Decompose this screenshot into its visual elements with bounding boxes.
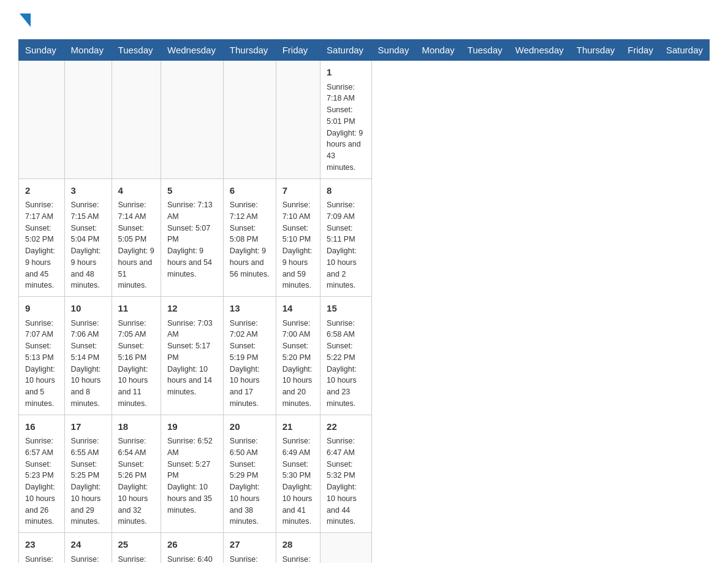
day-info: Daylight: 10 hours and 44 minutes. bbox=[327, 481, 365, 527]
day-info: Sunset: 5:29 PM bbox=[230, 459, 270, 482]
calendar-week-row: 9Sunrise: 7:07 AMSunset: 5:13 PMDaylight… bbox=[19, 297, 710, 415]
day-number: 22 bbox=[327, 420, 365, 434]
day-number: 11 bbox=[118, 302, 154, 316]
calendar-cell: 10Sunrise: 7:06 AMSunset: 5:14 PMDayligh… bbox=[64, 297, 112, 415]
day-info: Daylight: 10 hours and 38 minutes. bbox=[230, 481, 270, 527]
day-of-week-header: Saturday bbox=[320, 40, 372, 61]
calendar-cell bbox=[276, 61, 320, 179]
calendar-cell: 3Sunrise: 7:15 AMSunset: 5:04 PMDaylight… bbox=[64, 178, 112, 297]
calendar-cell: 12Sunrise: 7:03 AMSunset: 5:17 PMDayligh… bbox=[161, 297, 224, 415]
day-number: 23 bbox=[25, 538, 58, 552]
calendar-cell: 28Sunrise: 6:37 AMSunset: 5:40 PMDayligh… bbox=[276, 533, 320, 564]
day-info: Sunset: 5:30 PM bbox=[282, 459, 314, 482]
day-number: 16 bbox=[25, 420, 58, 434]
page-header bbox=[18, 12, 710, 27]
calendar-cell: 19Sunrise: 6:52 AMSunset: 5:27 PMDayligh… bbox=[161, 415, 224, 533]
day-of-week-header: Friday bbox=[276, 40, 320, 61]
calendar-week-row: 16Sunrise: 6:57 AMSunset: 5:23 PMDayligh… bbox=[19, 415, 710, 533]
day-info: Sunrise: 6:37 AM bbox=[282, 554, 314, 564]
day-number: 17 bbox=[71, 420, 105, 434]
day-info: Sunrise: 6:55 AM bbox=[71, 435, 105, 459]
calendar-cell: 5Sunrise: 7:13 AMSunset: 5:07 PMDaylight… bbox=[161, 178, 224, 297]
day-info: Daylight: 10 hours and 17 minutes. bbox=[230, 364, 270, 410]
logo-triangle-icon bbox=[20, 13, 31, 27]
calendar-week-row: 23Sunrise: 6:45 AMSunset: 5:33 PMDayligh… bbox=[19, 533, 710, 564]
day-info: Daylight: 10 hours and 41 minutes. bbox=[282, 481, 314, 527]
day-info: Sunrise: 7:17 AM bbox=[25, 199, 58, 223]
day-of-week-header: Wednesday bbox=[161, 40, 224, 61]
day-info: Sunset: 5:23 PM bbox=[25, 459, 58, 482]
day-number: 27 bbox=[230, 538, 270, 552]
day-info: Sunset: 5:14 PM bbox=[71, 340, 105, 364]
calendar-cell bbox=[112, 61, 161, 179]
day-info: Sunrise: 6:44 AM bbox=[71, 554, 105, 564]
calendar-table: SundayMondayTuesdayWednesdayThursdayFrid… bbox=[18, 39, 710, 563]
day-info: Sunset: 5:32 PM bbox=[327, 459, 365, 482]
day-info: Sunrise: 6:40 AM bbox=[167, 554, 217, 564]
day-info: Sunrise: 7:05 AM bbox=[118, 318, 154, 341]
day-info: Sunrise: 7:07 AM bbox=[25, 318, 58, 341]
day-info: Sunrise: 6:49 AM bbox=[282, 435, 314, 459]
day-info: Daylight: 9 hours and 54 minutes. bbox=[167, 245, 217, 280]
calendar-cell: 18Sunrise: 6:54 AMSunset: 5:26 PMDayligh… bbox=[112, 415, 161, 533]
day-of-week-header: Monday bbox=[415, 40, 461, 61]
day-number: 14 bbox=[282, 302, 314, 316]
day-number: 6 bbox=[230, 184, 270, 198]
day-info: Sunrise: 7:12 AM bbox=[230, 199, 270, 223]
day-info: Sunrise: 7:00 AM bbox=[282, 318, 314, 341]
day-number: 1 bbox=[327, 66, 365, 80]
day-info: Sunset: 5:01 PM bbox=[327, 104, 365, 128]
calendar-cell: 26Sunrise: 6:40 AMSunset: 5:37 PMDayligh… bbox=[161, 533, 224, 564]
day-of-week-header: Thursday bbox=[570, 40, 621, 61]
day-info: Sunset: 5:22 PM bbox=[327, 340, 365, 364]
day-info: Daylight: 9 hours and 59 minutes. bbox=[282, 245, 314, 291]
calendar-cell bbox=[64, 61, 112, 179]
logo bbox=[18, 12, 31, 27]
day-info: Sunset: 5:26 PM bbox=[118, 459, 154, 482]
day-info: Daylight: 10 hours and 32 minutes. bbox=[118, 481, 154, 527]
day-info: Daylight: 10 hours and 29 minutes. bbox=[71, 481, 105, 527]
day-info: Sunrise: 6:57 AM bbox=[25, 435, 58, 459]
day-number: 25 bbox=[118, 538, 154, 552]
day-number: 15 bbox=[327, 302, 365, 316]
day-info: Sunset: 5:19 PM bbox=[230, 340, 270, 364]
day-info: Sunset: 5:02 PM bbox=[25, 223, 58, 246]
day-info: Sunset: 5:20 PM bbox=[282, 340, 314, 364]
calendar-cell: 27Sunrise: 6:38 AMSunset: 5:39 PMDayligh… bbox=[223, 533, 276, 564]
calendar-header-row: SundayMondayTuesdayWednesdayThursdayFrid… bbox=[19, 40, 710, 61]
day-info: Sunset: 5:10 PM bbox=[282, 223, 314, 246]
day-of-week-header: Saturday bbox=[659, 40, 709, 61]
day-info: Sunset: 5:07 PM bbox=[167, 223, 217, 246]
day-info: Sunrise: 6:58 AM bbox=[327, 318, 365, 341]
day-number: 28 bbox=[282, 538, 314, 552]
day-info: Sunset: 5:11 PM bbox=[327, 223, 365, 246]
calendar-cell: 22Sunrise: 6:47 AMSunset: 5:32 PMDayligh… bbox=[320, 415, 372, 533]
day-info: Sunrise: 6:50 AM bbox=[230, 435, 270, 459]
day-info: Sunrise: 6:47 AM bbox=[327, 435, 365, 459]
day-number: 7 bbox=[282, 184, 314, 198]
calendar-cell: 23Sunrise: 6:45 AMSunset: 5:33 PMDayligh… bbox=[19, 533, 65, 564]
day-number: 13 bbox=[230, 302, 270, 316]
day-info: Daylight: 10 hours and 11 minutes. bbox=[118, 364, 154, 410]
calendar-cell: 16Sunrise: 6:57 AMSunset: 5:23 PMDayligh… bbox=[19, 415, 65, 533]
calendar-cell bbox=[161, 61, 224, 179]
calendar-week-row: 1Sunrise: 7:18 AMSunset: 5:01 PMDaylight… bbox=[19, 61, 710, 179]
day-info: Daylight: 10 hours and 14 minutes. bbox=[167, 364, 217, 398]
day-info: Sunrise: 7:10 AM bbox=[282, 199, 314, 223]
day-number: 8 bbox=[327, 184, 365, 198]
calendar-cell bbox=[223, 61, 276, 179]
day-number: 12 bbox=[167, 302, 217, 316]
day-info: Daylight: 10 hours and 35 minutes. bbox=[167, 481, 217, 516]
day-of-week-header: Monday bbox=[64, 40, 112, 61]
calendar-cell: 24Sunrise: 6:44 AMSunset: 5:35 PMDayligh… bbox=[64, 533, 112, 564]
calendar-cell: 1Sunrise: 7:18 AMSunset: 5:01 PMDaylight… bbox=[320, 61, 372, 179]
day-info: Sunset: 5:16 PM bbox=[118, 340, 154, 364]
day-info: Sunrise: 7:18 AM bbox=[327, 82, 365, 105]
calendar-cell: 6Sunrise: 7:12 AMSunset: 5:08 PMDaylight… bbox=[223, 178, 276, 297]
day-info: Sunrise: 6:38 AM bbox=[230, 554, 270, 564]
calendar-cell: 7Sunrise: 7:10 AMSunset: 5:10 PMDaylight… bbox=[276, 178, 320, 297]
day-info: Sunrise: 7:13 AM bbox=[167, 199, 217, 223]
calendar-cell bbox=[19, 61, 65, 179]
calendar-cell: 15Sunrise: 6:58 AMSunset: 5:22 PMDayligh… bbox=[320, 297, 372, 415]
day-number: 4 bbox=[118, 184, 154, 198]
